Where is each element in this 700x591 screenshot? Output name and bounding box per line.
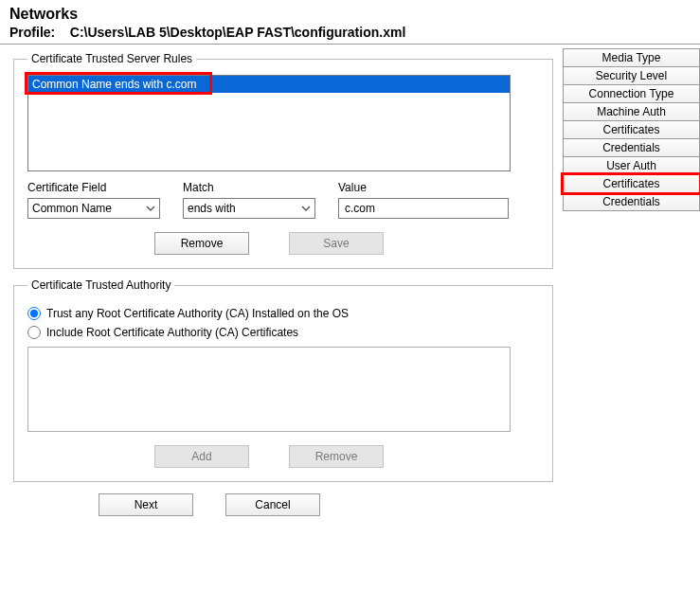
save-rule-button[interactable]: Save xyxy=(289,232,384,255)
radio-include-label: Include Root Certificate Authority (CA) … xyxy=(46,326,298,339)
add-ca-button[interactable]: Add xyxy=(154,445,249,468)
trusted-authority-group: Certificate Trusted Authority Trust any … xyxy=(13,278,553,482)
radio-trust-any-row[interactable]: Trust any Root Certificate Authority (CA… xyxy=(27,307,539,320)
main-panel: Certificate Trusted Server Rules Common … xyxy=(0,45,563,574)
side-tabs: Media Type Security Level Connection Typ… xyxy=(563,45,700,574)
radio-include[interactable] xyxy=(27,326,41,339)
certificate-field-label: Certificate Field xyxy=(27,181,160,194)
tab-machine-auth[interactable]: Machine Auth xyxy=(563,102,700,121)
tab-user-certificates[interactable]: Certificates xyxy=(563,174,700,193)
tab-media-type[interactable]: Media Type xyxy=(563,48,700,67)
cancel-button[interactable]: Cancel xyxy=(225,493,320,516)
window-header: Networks Profile: C:\Users\LAB 5\Desktop… xyxy=(0,0,700,44)
rule-item[interactable]: Common Name ends with c.com xyxy=(28,76,510,93)
rules-listbox[interactable]: Common Name ends with c.com xyxy=(27,75,511,171)
tab-security-level[interactable]: Security Level xyxy=(563,66,700,85)
radio-include-row[interactable]: Include Root Certificate Authority (CA) … xyxy=(27,326,539,339)
match-value: ends with xyxy=(188,202,236,215)
tab-connection-type[interactable]: Connection Type xyxy=(563,84,700,103)
page-title: Networks xyxy=(9,6,691,23)
match-select[interactable]: ends with xyxy=(183,198,315,219)
profile-line: Profile: C:\Users\LAB 5\Desktop\EAP FAST… xyxy=(9,25,691,40)
profile-label: Profile: xyxy=(9,25,55,40)
remove-ca-button[interactable]: Remove xyxy=(289,445,384,468)
rules-legend: Certificate Trusted Server Rules xyxy=(27,52,196,65)
match-label: Match xyxy=(183,181,315,194)
next-button[interactable]: Next xyxy=(99,493,193,516)
chevron-down-icon xyxy=(146,204,155,213)
profile-path: C:\Users\LAB 5\Desktop\EAP FAST\configur… xyxy=(70,25,405,40)
value-label: Value xyxy=(338,181,509,194)
ca-certificates-listbox[interactable] xyxy=(27,347,511,432)
tab-user-credentials[interactable]: Credentials xyxy=(563,192,700,211)
value-input[interactable] xyxy=(343,201,504,216)
tab-machine-credentials[interactable]: Credentials xyxy=(563,138,700,157)
certificate-field-value: Common Name xyxy=(32,202,112,215)
wizard-footer-buttons: Next Cancel xyxy=(13,493,553,516)
tab-machine-certificates[interactable]: Certificates xyxy=(563,120,700,139)
tab-user-auth[interactable]: User Auth xyxy=(563,156,700,175)
chevron-down-icon xyxy=(301,204,311,213)
radio-trust-any-label: Trust any Root Certificate Authority (CA… xyxy=(46,307,349,320)
value-input-wrap[interactable] xyxy=(338,198,509,219)
remove-rule-button[interactable]: Remove xyxy=(154,232,249,255)
trusted-server-rules-group: Certificate Trusted Server Rules Common … xyxy=(13,52,553,269)
certificate-field-select[interactable]: Common Name xyxy=(27,198,160,219)
radio-trust-any[interactable] xyxy=(27,307,41,320)
authority-legend: Certificate Trusted Authority xyxy=(27,278,174,292)
